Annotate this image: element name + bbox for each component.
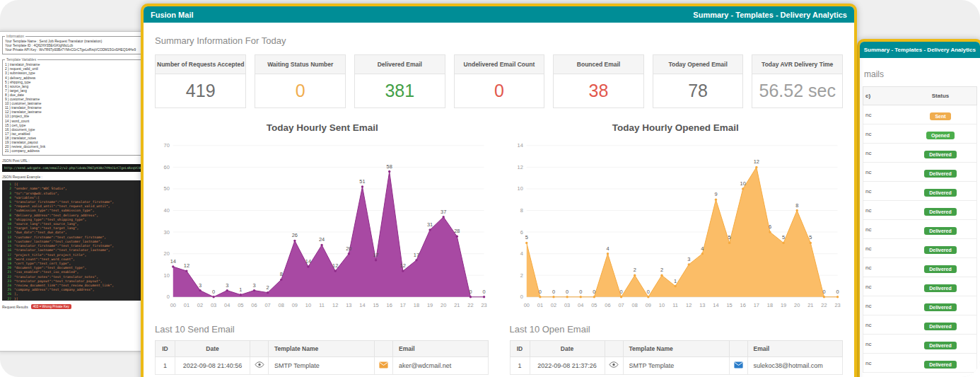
status-row: ncDelivered bbox=[863, 201, 977, 220]
col-template-name: Template Name bbox=[623, 340, 729, 356]
stat-card: Bounced Email38 bbox=[553, 54, 644, 108]
svg-text:14: 14 bbox=[359, 302, 365, 308]
eye-icon[interactable] bbox=[255, 361, 264, 368]
svg-text:12: 12 bbox=[686, 302, 692, 308]
svg-text:11: 11 bbox=[319, 302, 325, 308]
status-badge: Delivered bbox=[924, 151, 957, 158]
svg-text:16: 16 bbox=[740, 302, 745, 308]
open-table-body: 12022-09-08 21:37:26SMTP Templatesulekoc… bbox=[510, 356, 843, 374]
error-code-badge: 403 = Wrong Private Key bbox=[31, 304, 71, 309]
svg-text:19: 19 bbox=[427, 302, 433, 308]
status-badge: Delivered bbox=[924, 189, 957, 197]
status-row-text-fragment: nc bbox=[863, 245, 904, 252]
open-email-table: ID Date Template Name Email 12022-09-08 … bbox=[510, 340, 844, 375]
svg-text:08: 08 bbox=[279, 302, 284, 308]
svg-text:17: 17 bbox=[400, 302, 406, 308]
svg-text:14: 14 bbox=[713, 302, 718, 308]
stat-card: Waiting Status Number0 bbox=[255, 54, 346, 108]
status-badge-cell: Delivered bbox=[904, 261, 976, 274]
status-row-text-fragment: nc bbox=[863, 303, 904, 309]
table-row: 12022-09-08 21:37:26SMTP Templatesulekoc… bbox=[510, 356, 843, 374]
svg-text:70: 70 bbox=[164, 142, 170, 149]
svg-text:6: 6 bbox=[768, 224, 771, 230]
col-id: ID bbox=[510, 340, 530, 356]
status-row: ncDelivered bbox=[863, 144, 977, 163]
svg-text:16: 16 bbox=[387, 302, 392, 308]
svg-text:08: 08 bbox=[631, 302, 637, 308]
status-badge-cell: Delivered bbox=[904, 318, 976, 331]
cell-date: 2022-09-08 21:40:56 bbox=[175, 356, 250, 374]
stat-card-label: Number of Requests Accepted bbox=[156, 55, 245, 74]
svg-text:5: 5 bbox=[782, 234, 785, 240]
svg-text:60: 60 bbox=[164, 164, 170, 170]
stat-card: Delivered Email381 bbox=[354, 54, 445, 108]
status-row-text-fragment: nc bbox=[863, 150, 904, 156]
svg-text:11: 11 bbox=[672, 302, 678, 308]
svg-text:17: 17 bbox=[373, 252, 378, 258]
svg-text:3: 3 bbox=[252, 282, 255, 289]
status-badge: Delivered bbox=[924, 361, 957, 369]
status-row: ncDelivered bbox=[863, 335, 977, 354]
status-row-text-fragment: nc bbox=[863, 360, 904, 366]
right-header: Summary - Templates - Delivery Analytics bbox=[860, 42, 980, 58]
svg-text:09: 09 bbox=[645, 302, 651, 308]
svg-text:20: 20 bbox=[164, 250, 170, 257]
status-badge-cell: Delivered bbox=[904, 166, 976, 178]
col-template-name: Template Name bbox=[269, 340, 375, 356]
status-row: ncDelivered bbox=[863, 315, 977, 335]
status-row-text-fragment: nc bbox=[863, 341, 904, 347]
delivery-status-window: Summary - Templates - Delivery Analytics… bbox=[857, 39, 980, 377]
status-badge-cell: Delivered bbox=[904, 356, 976, 369]
status-badge: Sent bbox=[930, 112, 950, 120]
json-post-url[interactable]: http://send.wdcgate.com/email2/v2.php?id… bbox=[2, 164, 141, 172]
svg-text:0: 0 bbox=[483, 289, 486, 295]
send-table-title: Last 10 Send Email bbox=[155, 324, 489, 335]
svg-text:0: 0 bbox=[822, 289, 825, 295]
svg-text:12: 12 bbox=[332, 262, 338, 269]
svg-text:8: 8 bbox=[520, 207, 523, 214]
stat-card: Today AVR Delivery Time56.52 sec bbox=[752, 54, 843, 108]
svg-text:13: 13 bbox=[346, 302, 351, 308]
cell-date: 2022-09-08 21:37:26 bbox=[530, 356, 605, 374]
svg-text:15: 15 bbox=[726, 302, 732, 308]
svg-text:5: 5 bbox=[728, 234, 730, 240]
svg-text:0: 0 bbox=[552, 289, 554, 295]
svg-text:22: 22 bbox=[467, 302, 473, 308]
main-nav-links[interactable]: Summary - Templates - Delivery Analytics bbox=[693, 11, 847, 19]
svg-text:3: 3 bbox=[199, 282, 202, 289]
status-row-text-fragment: nc bbox=[863, 226, 904, 233]
status-badge-cell: Delivered bbox=[904, 299, 976, 312]
stat-card-label: Today Opened Email bbox=[653, 55, 743, 74]
json-example-code: 1[{2"sender_name":"WDC Studio",3"to":"ar… bbox=[2, 180, 141, 301]
status-badge-cell: Delivered bbox=[904, 223, 976, 236]
svg-text:07: 07 bbox=[264, 302, 270, 308]
svg-text:03: 03 bbox=[564, 302, 570, 308]
svg-text:15: 15 bbox=[373, 302, 378, 308]
stat-card: Number of Requests Accepted419 bbox=[155, 54, 246, 108]
svg-text:19: 19 bbox=[780, 302, 786, 308]
status-row: ncDelivered bbox=[863, 354, 977, 373]
sent-email-chart: 0102030405060700001020304050607080910111… bbox=[155, 133, 490, 314]
json-example-label: JSON Request Example : bbox=[2, 175, 141, 179]
svg-text:05: 05 bbox=[591, 302, 597, 308]
status-badge: Delivered bbox=[924, 170, 957, 178]
eye-icon[interactable] bbox=[609, 361, 619, 368]
right-nav-links[interactable]: Summary - Templates - Delivery Analytics bbox=[864, 47, 976, 53]
cell-mail-icon bbox=[729, 356, 747, 374]
svg-text:12: 12 bbox=[332, 302, 338, 308]
request-results-label: Request Results bbox=[2, 305, 28, 309]
svg-text:37: 37 bbox=[441, 209, 446, 215]
main-header: Fusion Mail Summary - Templates - Delive… bbox=[144, 6, 854, 23]
svg-text:10: 10 bbox=[658, 302, 664, 308]
svg-text:10: 10 bbox=[305, 302, 311, 308]
svg-text:6: 6 bbox=[520, 229, 523, 236]
svg-text:20: 20 bbox=[346, 245, 351, 252]
status-badge: Delivered bbox=[924, 246, 957, 254]
stat-card-label: Undelivered Email Count bbox=[455, 55, 544, 74]
svg-text:17: 17 bbox=[414, 252, 419, 258]
svg-text:1: 1 bbox=[239, 286, 242, 293]
information-section: Information Your Template Name : Send Jo… bbox=[2, 34, 141, 54]
svg-text:2: 2 bbox=[633, 267, 636, 273]
table-row: 12022-09-08 21:40:56SMTP Templateaker@wd… bbox=[156, 356, 489, 374]
status-row: ncDelivered bbox=[863, 277, 977, 296]
